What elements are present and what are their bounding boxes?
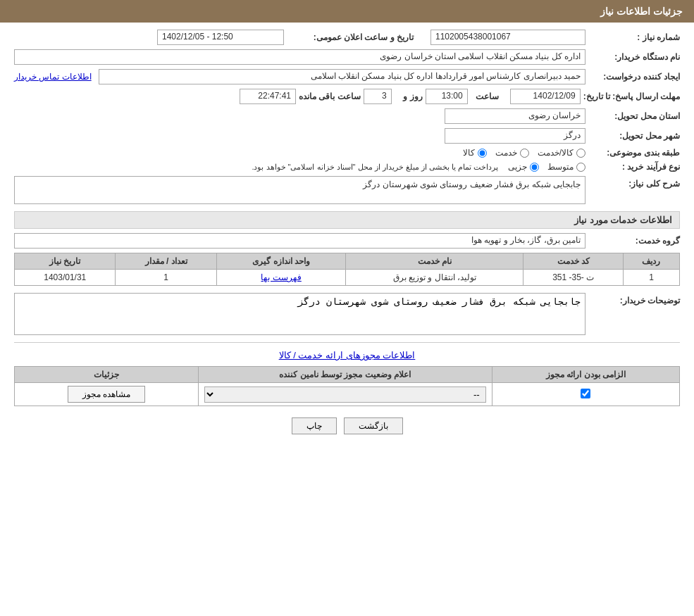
cell-row: 1 (623, 270, 679, 286)
category-radio-kala[interactable] (478, 149, 487, 158)
back-button[interactable]: بازگشت (344, 417, 403, 434)
category-label: طبقه بندی موضوعی: (588, 148, 680, 158)
purchase-type-option-motavaset: متوسط (547, 162, 585, 172)
license-col-status: اعلام وضعیت مجوز توسط نامین کننده (198, 367, 492, 383)
purchase-type-option-jozi: جزیی (508, 162, 539, 172)
category-radio-khedmat[interactable] (520, 149, 529, 158)
city-row: شهر محل تحویل: درگز (14, 128, 680, 144)
buyer-desc-textarea (14, 293, 585, 335)
announce-date-value: 1402/12/05 - 12:50 (157, 30, 284, 45)
purchase-type-label-jozi: جزیی (508, 162, 527, 172)
response-remaining-value: 22:47:41 (240, 89, 296, 104)
page-header: جزئیات اطلاعات نیاز (0, 0, 694, 23)
contact-link[interactable]: اطلاعات تماس خریدار (14, 72, 92, 82)
response-date-value: 1402/12/09 (510, 89, 581, 104)
purchase-type-row: نوع فرآیند خرید : متوسط جزیی پرداخت تمام… (14, 162, 680, 172)
service-group-row: گروه خدمت: تامین برق، گاز، بخار و تهویه … (14, 233, 680, 249)
province-value: خراسان رضوی (445, 108, 585, 124)
license-status-select[interactable]: -- (204, 386, 486, 403)
buyer-org-row: نام دستگاه خریدار: اداره کل بنیاد مسکن ا… (14, 49, 680, 65)
buyer-desc-row: توضیحات خریدار: (14, 293, 680, 335)
response-time-value: 13:00 (426, 89, 468, 104)
service-group-value: تامین برق، گاز، بخار و تهویه هوا (14, 233, 585, 249)
license-section-title[interactable]: اطلاعات مجوزهای ارائه خدمت / کالا (14, 350, 680, 360)
purchase-type-radio-motavaset[interactable] (576, 163, 585, 172)
category-option-kala-khedmat: کالا/خدمت (538, 148, 585, 158)
col-header-row: ردیف (623, 253, 679, 270)
response-deadline-row: مهلت ارسال پاسخ: تا تاریخ: 1402/12/09 سا… (14, 89, 680, 104)
license-table: الزامی بودن ارائه مجوز اعلام وضعیت مجوز … (14, 366, 680, 406)
purchase-type-radio-jozi[interactable] (530, 163, 539, 172)
cell-qty: 1 (116, 270, 216, 286)
license-table-row: -- مشاهده مجوز (15, 383, 680, 406)
cell-name: تولید، انتقال و توزیع برق (346, 270, 523, 286)
service-group-label: گروه خدمت: (588, 236, 680, 246)
col-header-code: کد خدمت (523, 253, 624, 270)
buyer-org-value: اداره کل بنیاد مسکن انقلاب اسلامی استان … (14, 49, 585, 65)
category-label-khedmat: خدمت (495, 148, 517, 158)
service-table-row: 1 ت -35- 351 تولید، انتقال و توزیع برق ف… (15, 270, 680, 286)
city-value: درگز (445, 128, 585, 144)
general-desc-label: شرح کلی نیاز: (588, 176, 680, 189)
license-col-required: الزامی بودن ارائه مجوز (492, 367, 679, 383)
license-required-cell (492, 383, 679, 406)
response-days-label: روز و (395, 92, 423, 101)
general-desc-value: جابجایی شبکه برق فشار ضعیف روستای شوی شه… (14, 176, 585, 204)
requester-label: ایجاد کننده درخواست: (588, 72, 680, 82)
purchase-type-note: پرداخت تمام یا بخشی از مبلغ خریدار از مح… (252, 163, 498, 172)
response-days-value: 3 (364, 89, 392, 104)
purchase-type-radio-group: متوسط جزیی (508, 162, 585, 172)
page-wrapper: جزئیات اطلاعات نیاز شماره نیاز : 1102005… (0, 0, 694, 616)
services-table: ردیف کد خدمت نام خدمت واحد اندازه گیری ت… (14, 253, 680, 286)
response-time-label: ساعت (471, 92, 499, 101)
page-title: جزئیات اطلاعات نیاز (600, 6, 683, 17)
view-license-button[interactable]: مشاهده مجوز (68, 386, 145, 403)
content-area: شماره نیاز : 1102005438001067 تاریخ و سا… (0, 23, 694, 441)
city-label: شهر محل تحویل: (588, 131, 680, 141)
category-option-khedmat: خدمت (495, 148, 529, 158)
need-number-value: 1102005438001067 (430, 30, 585, 45)
need-number-label: شماره نیاز : (588, 32, 680, 42)
purchase-type-label-motavaset: متوسط (547, 162, 574, 172)
col-header-name: نام خدمت (346, 253, 523, 270)
purchase-type-label: نوع فرآیند خرید : (588, 162, 680, 172)
category-row: طبقه بندی موضوعی: کالا/خدمت خدمت کالا (14, 148, 680, 158)
divider (14, 342, 680, 343)
col-header-date: تاریخ نیاز (15, 253, 116, 270)
need-number-row: شماره نیاز : 1102005438001067 تاریخ و سا… (14, 30, 680, 45)
col-header-qty: تعداد / مقدار (116, 253, 216, 270)
buyer-org-label: نام دستگاه خریدار: (588, 52, 680, 62)
province-row: استان محل تحویل: خراسان رضوی (14, 108, 680, 124)
category-radio-kala-khedmat[interactable] (576, 149, 585, 158)
province-label: استان محل تحویل: (588, 111, 680, 121)
category-label-kala: کالا (463, 148, 475, 158)
general-desc-row: شرح کلی نیاز: جابجایی شبکه برق فشار ضعیف… (14, 176, 680, 204)
cell-date: 1403/01/31 (15, 270, 116, 286)
button-row: بازگشت چاپ (14, 417, 680, 434)
cell-code: ت -35- 351 (523, 270, 624, 286)
response-deadline-label: مهلت ارسال پاسخ: تا تاریخ: (583, 92, 680, 101)
buyer-desc-label: توضیحات خریدار: (588, 293, 680, 306)
announce-date-label: تاریخ و ساعت اعلان عمومی: (287, 32, 414, 42)
license-status-cell: -- (198, 383, 492, 406)
license-details-cell: مشاهده مجوز (15, 383, 199, 406)
requester-value: حمید دبیرانصاری کارشناس امور قراردادها ا… (99, 69, 585, 84)
print-button[interactable]: چاپ (292, 417, 337, 434)
services-section-title: اطلاعات خدمات مورد نیاز (14, 211, 680, 229)
license-required-checkbox[interactable] (581, 389, 590, 398)
category-radio-group: کالا/خدمت خدمت کالا (463, 148, 585, 158)
response-remaining-label-text: ساعت باقی مانده (299, 92, 361, 101)
category-label-kala-khedmat: کالا/خدمت (538, 148, 574, 158)
license-col-details: جزئیات (15, 367, 199, 383)
category-option-kala: کالا (463, 148, 487, 158)
cell-unit[interactable]: فهرست بها (216, 270, 346, 286)
requester-row: ایجاد کننده درخواست: حمید دبیرانصاری کار… (14, 69, 680, 84)
col-header-unit: واحد اندازه گیری (216, 253, 346, 270)
